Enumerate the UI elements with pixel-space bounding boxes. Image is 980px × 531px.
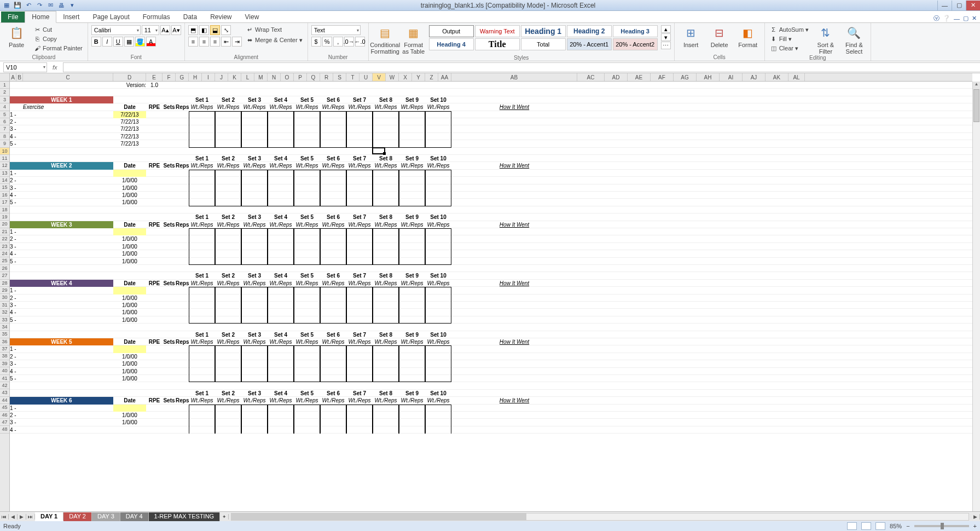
redo-icon[interactable]: ↷ xyxy=(35,1,44,10)
shrink-font-button[interactable]: A▾ xyxy=(171,25,181,35)
indent-inc-button[interactable]: ⇥ xyxy=(232,37,242,47)
workbook-restore-icon[interactable]: ▢ xyxy=(963,15,969,22)
cell-styles-gallery[interactable]: OutputWarning TextHeading 1Heading 2Head… xyxy=(429,25,658,50)
tab-file[interactable]: File xyxy=(1,11,25,22)
eraser-icon: ◫ xyxy=(770,44,778,52)
copy-button[interactable]: ⎘Copy xyxy=(32,34,84,43)
styles-more[interactable]: ⋯ xyxy=(661,42,671,49)
align-left-button[interactable]: ≡ xyxy=(188,37,198,47)
dec-decimal-button[interactable]: ←.0 xyxy=(355,37,365,47)
tab-home[interactable]: Home xyxy=(25,11,56,23)
style-warning-text[interactable]: Warning Text xyxy=(475,25,520,37)
indent-dec-button[interactable]: ⇤ xyxy=(221,37,231,47)
undo-icon[interactable]: ↶ xyxy=(24,1,33,10)
fx-icon[interactable]: fx xyxy=(48,64,62,71)
tab-view[interactable]: View xyxy=(239,11,266,22)
copy-icon: ⎘ xyxy=(33,35,41,43)
insert-cells-button[interactable]: ⊞Insert xyxy=(678,25,704,48)
orientation-button[interactable]: ⤡ xyxy=(221,25,231,35)
group-clipboard: 📋 Paste ✂Cut ⎘Copy 🖌Format Painter Clipb… xyxy=(0,23,88,61)
tab-review[interactable]: Review xyxy=(204,11,238,22)
number-format-select[interactable]: Text xyxy=(311,25,361,35)
tab-formulas[interactable]: Formulas xyxy=(136,11,177,22)
clear-button[interactable]: ◫Clear ▾ xyxy=(768,44,810,53)
currency-button[interactable]: $ xyxy=(311,37,321,47)
workbook-close-icon[interactable]: ✕ xyxy=(972,15,977,22)
merge-icon: ⬌ xyxy=(246,36,253,44)
styles-scroll-down[interactable]: ▾ xyxy=(661,33,671,41)
align-center-button[interactable]: ≡ xyxy=(199,37,209,47)
style-heading-2[interactable]: Heading 2 xyxy=(567,25,612,37)
wrap-text-button[interactable]: ↵Wrap Text xyxy=(244,25,304,34)
window-buttons: — ▢ ✕ xyxy=(937,1,980,10)
tab-page-layout[interactable]: Page Layout xyxy=(86,11,136,22)
font-color-button[interactable]: A xyxy=(146,37,156,47)
italic-button[interactable]: I xyxy=(102,37,112,47)
tab-data[interactable]: Data xyxy=(177,11,204,22)
maximize-button[interactable]: ▢ xyxy=(952,1,966,10)
group-editing: ΣAutoSum ▾ ⬇Fill ▾ ◫Clear ▾ ⇅Sort & Filt… xyxy=(765,23,871,61)
style-output[interactable]: Output xyxy=(429,25,474,37)
inc-decimal-button[interactable]: .0→ xyxy=(344,37,354,47)
style-20-accent2[interactable]: 20% - Accent2 xyxy=(613,38,658,50)
fill-button[interactable]: ⬇Fill ▾ xyxy=(768,34,810,43)
styles-scroll-up[interactable]: ▴ xyxy=(661,25,671,33)
ribbon-tabs: File Home Insert Page Layout Formulas Da… xyxy=(0,11,980,23)
bold-button[interactable]: B xyxy=(91,37,101,47)
fill-icon: ⬇ xyxy=(770,35,778,43)
format-painter-button[interactable]: 🖌Format Painter xyxy=(32,44,84,53)
window-title: traininglog_blank1.xls [Compatibility Mo… xyxy=(79,2,937,9)
save-icon[interactable]: 💾 xyxy=(13,1,22,10)
qat-icon[interactable]: 🖶 xyxy=(57,1,66,10)
quick-access-toolbar: ▦ 💾 ↶ ↷ ✉ 🖶 ▾ xyxy=(0,1,79,10)
style-heading-1[interactable]: Heading 1 xyxy=(521,25,566,37)
style-heading-4[interactable]: Heading 4 xyxy=(429,38,474,50)
workbook-min-icon[interactable]: — xyxy=(954,15,960,22)
comma-button[interactable]: , xyxy=(333,37,343,47)
align-top-button[interactable]: ⬒ xyxy=(188,25,198,35)
conditional-formatting-button[interactable]: ▤Conditional Formatting xyxy=(372,25,398,55)
ribbon-minimize-icon[interactable]: ⓥ xyxy=(933,14,940,22)
fill-color-button[interactable]: 🪣 xyxy=(135,37,145,47)
font-name-select[interactable]: Calibri xyxy=(91,25,141,35)
format-as-table-button[interactable]: ▦Format as Table xyxy=(401,25,427,55)
align-right-button[interactable]: ≡ xyxy=(210,37,220,47)
style-total[interactable]: Total xyxy=(521,38,566,50)
group-cells: ⊞Insert ⊟Delete ◧Format Cells xyxy=(675,23,765,61)
tab-insert[interactable]: Insert xyxy=(56,11,86,22)
group-styles: ▤Conditional Formatting ▦Format as Table… xyxy=(369,23,675,61)
name-box[interactable]: V10 xyxy=(3,62,47,72)
format-cells-button[interactable]: ◧Format xyxy=(735,25,761,48)
formula-input[interactable] xyxy=(63,62,980,72)
cut-button[interactable]: ✂Cut xyxy=(32,25,84,34)
find-select-button[interactable]: 🔍Find & Select xyxy=(841,25,867,55)
style-title[interactable]: Title xyxy=(475,38,520,50)
title-bar: ▦ 💾 ↶ ↷ ✉ 🖶 ▾ traininglog_blank1.xls [Co… xyxy=(0,0,980,11)
autosum-button[interactable]: ΣAutoSum ▾ xyxy=(768,25,810,34)
style-20-accent1[interactable]: 20% - Accent1 xyxy=(567,38,612,50)
delete-icon: ⊟ xyxy=(712,25,727,41)
minimize-button[interactable]: — xyxy=(937,1,952,10)
table-icon: ▦ xyxy=(406,25,421,41)
style-heading-3[interactable]: Heading 3 xyxy=(613,25,658,37)
underline-button[interactable]: U xyxy=(113,37,123,47)
find-icon: 🔍 xyxy=(846,25,862,41)
paste-button[interactable]: 📋 Paste xyxy=(3,25,30,48)
close-button[interactable]: ✕ xyxy=(966,1,980,10)
sort-filter-button[interactable]: ⇅Sort & Filter xyxy=(813,25,839,55)
percent-button[interactable]: % xyxy=(322,37,332,47)
format-icon: ◧ xyxy=(740,25,756,41)
grow-font-button[interactable]: A▴ xyxy=(160,25,170,35)
border-button[interactable]: ▦ xyxy=(124,37,134,47)
align-middle-button[interactable]: ◧ xyxy=(199,25,209,35)
cut-icon: ✂ xyxy=(33,26,41,33)
help-icon[interactable]: ❔ xyxy=(943,15,950,22)
font-size-select[interactable]: 11 xyxy=(142,25,159,35)
qat-more-icon[interactable]: ▾ xyxy=(68,1,77,10)
insert-icon: ⊞ xyxy=(683,25,699,41)
merge-center-button[interactable]: ⬌Merge & Center ▾ xyxy=(244,36,304,44)
group-font: Calibri 11 A▴ A▾ B I U ▦ 🪣 A Font xyxy=(88,23,185,61)
qat-icon[interactable]: ✉ xyxy=(46,1,55,10)
align-bottom-button[interactable]: ⬓ xyxy=(210,25,220,35)
delete-cells-button[interactable]: ⊟Delete xyxy=(706,25,733,48)
